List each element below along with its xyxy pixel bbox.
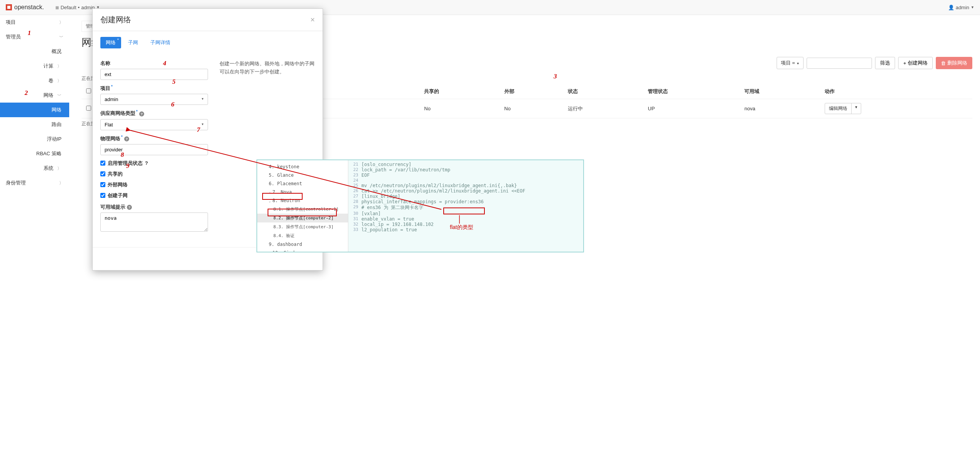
filter-input[interactable] [807, 58, 872, 69]
sidebar-item-floating-ip[interactable]: 浮动IP [0, 132, 69, 146]
label-project: 项目* [100, 85, 208, 92]
chevron-down-icon: ⌄ [269, 199, 271, 203]
openstack-icon [6, 4, 12, 10]
shared-checkbox[interactable] [100, 171, 105, 176]
help-icon[interactable]: ? [139, 111, 144, 116]
chevron-right-icon: › [269, 251, 271, 252]
close-icon[interactable]: × [310, 15, 315, 24]
col-external: 外部 [500, 84, 563, 99]
chevron-down-icon: ▼ [851, 103, 861, 114]
user-icon: 👤 [948, 5, 954, 10]
sidebar-item-project[interactable]: 项目〉 [0, 15, 69, 30]
tab-subnet-detail[interactable]: 子网详情 [145, 37, 176, 48]
chevron-down-icon: ▼ [971, 5, 974, 9]
az-hint-textarea[interactable]: nova [100, 212, 208, 232]
chevron-right-icon: 〉 [57, 63, 62, 69]
label-az-hint: 可用域提示? [100, 204, 208, 211]
external-checkbox[interactable] [100, 182, 105, 187]
chevron-right-icon: 〉 [59, 20, 63, 25]
chevron-right-icon: 〉 [57, 166, 62, 171]
col-admin-state: 管理状态 [643, 84, 740, 99]
toc-neutron-84[interactable]: 8.4. 验证 [257, 231, 348, 240]
sidebar-item-system[interactable]: 系统〉 [0, 161, 69, 176]
sidebar: 项目〉 管理员﹀ 概况 计算〉 卷〉 网络﹀ 网络 路由 浮动IP RBAC 策… [0, 15, 69, 190]
sidebar-item-volume[interactable]: 卷〉 [0, 73, 69, 88]
toc-glance[interactable]: 5. Glance [257, 171, 348, 179]
modal-tabs: 网络 子网 子网详情 [100, 37, 315, 48]
annot-flat: flat的类型 [450, 224, 473, 231]
doc-toc: 4. keystone 5. Glance 6. Placement ›7. N… [257, 160, 348, 252]
sidebar-item-compute[interactable]: 计算〉 [0, 59, 69, 73]
toc-cinder[interactable]: ›10. Cinder [257, 249, 348, 252]
chevron-down-icon: ﹀ [57, 93, 62, 98]
create-subnet-checkbox[interactable] [100, 193, 105, 198]
admin-state-checkbox[interactable] [100, 161, 105, 166]
row-action-button[interactable]: 编辑网络▼ [825, 103, 862, 114]
chevron-right-icon: › [269, 191, 271, 194]
grid-icon: ▦ [55, 5, 59, 10]
plus-icon: + [903, 60, 906, 66]
tab-subnet[interactable]: 子网 [123, 37, 143, 48]
physical-network-input[interactable] [100, 144, 208, 155]
sidebar-item-overview[interactable]: 概况 [0, 44, 69, 59]
help-icon[interactable]: ? [124, 136, 129, 141]
toc-placement[interactable]: 6. Placement [257, 179, 348, 188]
brand-text: openstack. [14, 4, 44, 11]
toc-neutron-83[interactable]: 8.3. 操作节点[computer-3] [257, 222, 348, 231]
sidebar-item-identity[interactable]: 身份管理〉 [0, 176, 69, 190]
sidebar-item-network[interactable]: 网络﹀ [0, 88, 69, 103]
col-az: 可用域 [740, 84, 820, 99]
label-physical: 物理网络*? [100, 135, 208, 142]
sidebar-item-routers[interactable]: 路由 [0, 117, 69, 132]
help-icon[interactable]: ? [145, 160, 148, 166]
chevron-right-icon: 〉 [59, 180, 63, 186]
create-network-button[interactable]: +创建网络 [898, 57, 933, 69]
help-icon[interactable]: ? [127, 205, 132, 210]
name-input[interactable] [100, 69, 208, 80]
tab-network[interactable]: 网络 [100, 37, 121, 48]
chevron-down-icon: ﹀ [59, 34, 63, 40]
toc-neutron-81[interactable]: 8.1. 操作节点[controller-1] [257, 205, 348, 214]
filter-button[interactable]: 筛选 [875, 57, 895, 69]
doc-overlay-panel: 4. keystone 5. Glance 6. Placement ›7. N… [256, 159, 584, 252]
sidebar-item-rbac[interactable]: RBAC 策略 [0, 146, 69, 161]
chevron-down-icon: ▼ [796, 62, 799, 65]
toc-neutron[interactable]: ⌄8. Neutron [257, 196, 348, 205]
modal-title: 创建网络 [100, 15, 131, 25]
brand-logo[interactable]: openstack. [6, 4, 44, 11]
doc-code-block: 21[oslo_concurrency]22lock_path = /var/l… [348, 160, 583, 252]
provider-type-select[interactable]: Flat [100, 119, 208, 130]
filter-key-select[interactable]: 项目 = ▼ [777, 57, 804, 69]
row-checkbox[interactable] [86, 106, 91, 111]
toc-dashboard[interactable]: 9. dashboard [257, 240, 348, 249]
project-select[interactable]: admin [100, 94, 208, 105]
trash-icon: 🗑 [941, 60, 946, 66]
delete-network-button[interactable]: 🗑删除网络 [936, 57, 972, 69]
sidebar-item-networks[interactable]: 网络 [0, 103, 69, 117]
col-shared: 共享的 [419, 84, 499, 99]
col-actions: 动作 [820, 84, 972, 99]
toc-neutron-82[interactable]: 8.2. 操作节点[computer-2] [257, 214, 348, 222]
select-all-checkbox[interactable] [86, 88, 91, 93]
toc-keystone[interactable]: 4. keystone [257, 163, 348, 171]
user-menu[interactable]: 👤 admin ▼ [948, 5, 974, 10]
label-provider-type: 供应商网络类型*? [100, 110, 208, 117]
sidebar-item-admin[interactable]: 管理员﹀ [0, 30, 69, 44]
toc-nova[interactable]: ›7. Nova [257, 188, 348, 196]
col-status: 状态 [563, 84, 643, 99]
label-name: 名称 [100, 60, 208, 67]
chevron-right-icon: 〉 [57, 78, 62, 84]
